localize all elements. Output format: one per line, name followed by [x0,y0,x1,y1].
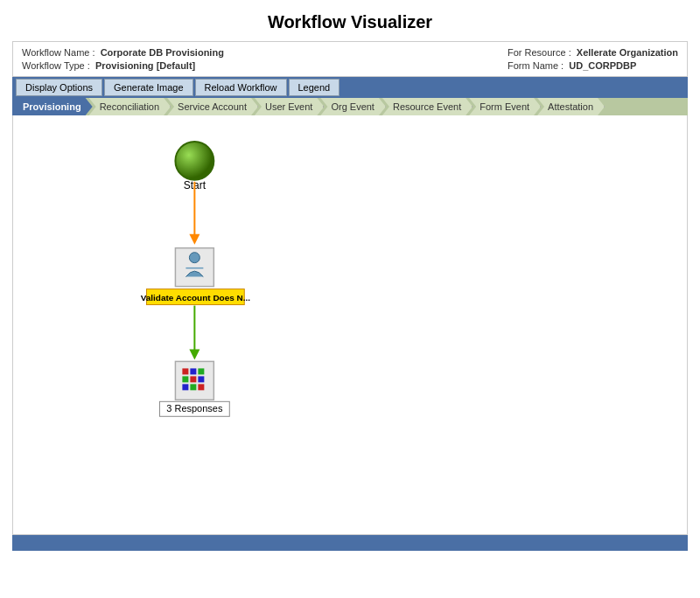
canvas-area: Start Validate Account Does N... [12,115,688,535]
tab-provisioning[interactable]: Provisioning [12,98,93,115]
tab-provisioning-label: Provisioning [23,101,81,112]
display-options-button[interactable]: Display Options [16,79,102,96]
response-icon-r8 [190,384,196,390]
workflow-diagram-svg: Start Validate Account Does N... [13,115,687,534]
task-node-box[interactable] [175,248,214,287]
legend-button[interactable]: Legend [289,79,340,96]
workflow-name-label: Workflow Name : [22,47,95,58]
page-title: Workflow Visualizer [0,0,700,41]
bottom-bar [12,535,688,551]
reload-workflow-button[interactable]: Reload Workflow [195,79,287,96]
tab-form-event-label: Form Event [480,101,529,112]
task-label-text: Validate Account Does N... [141,293,251,302]
response-icon-r4 [182,376,188,382]
response-icon-r6 [198,376,204,382]
response-node-box[interactable] [175,361,214,400]
form-name-label: Form Name : [508,60,564,71]
response-icon-r5 [190,376,196,382]
tabs-container: Provisioning Reconciliation Service Acco… [12,98,688,115]
tab-reconciliation[interactable]: Reconciliation [89,98,171,115]
workflow-type-value: Provisioning [Default] [95,60,195,71]
tab-service-account-label: Service Account [178,101,247,112]
resource-label: For Resource : [508,47,571,58]
task-node-person-head [189,253,200,263]
generate-image-button[interactable]: Generate Image [104,79,193,96]
workflow-info-left: Workflow Name : Corporate DB Provisionin… [22,47,224,71]
tab-reconciliation-label: Reconciliation [100,101,159,112]
tab-form-event[interactable]: Form Event [469,98,541,115]
tab-user-event[interactable]: User Event [255,98,324,115]
toolbar: Display Options Generate Image Reload Wo… [12,77,688,98]
tab-service-account[interactable]: Service Account [167,98,258,115]
start-node-circle[interactable] [175,142,214,180]
resource-row: For Resource : Xellerate Organization [508,47,678,58]
workflow-info-bar: Workflow Name : Corporate DB Provisionin… [12,41,688,77]
workflow-name-value: Corporate DB Provisioning [101,47,224,58]
arrowhead-task-to-response [189,349,200,359]
response-icon-r1 [182,368,188,374]
response-icon-r3 [198,368,204,374]
response-label-text: 3 Responses [166,403,223,414]
task-label-box [146,289,244,305]
tab-attestation[interactable]: Attestation [537,98,605,115]
response-icon-r2 [190,368,196,374]
task-node-person-body [186,271,203,276]
response-icon-r9 [198,384,204,390]
workflow-type-label: Workflow Type : [22,60,90,71]
response-label-box [159,401,229,416]
tab-resource-event-label: Resource Event [393,101,461,112]
tab-attestation-label: Attestation [548,101,593,112]
arrowhead-start-to-task [189,234,200,245]
response-icon-r7 [182,384,188,390]
tab-resource-event[interactable]: Resource Event [382,98,472,115]
workflow-info-right: For Resource : Xellerate Organization Fo… [508,47,678,71]
tab-user-event-label: User Event [265,101,312,112]
workflow-name-row: Workflow Name : Corporate DB Provisionin… [22,47,224,58]
tab-org-event[interactable]: Org Event [320,98,386,115]
workflow-type-row: Workflow Type : Provisioning [Default] [22,60,224,71]
tab-org-event-label: Org Event [331,101,374,112]
form-name-row: Form Name : UD_CORPDBP [508,60,678,71]
form-name-value: UD_CORPDBP [569,60,636,71]
resource-value: Xellerate Organization [577,47,678,58]
start-node-label: Start [184,179,206,191]
